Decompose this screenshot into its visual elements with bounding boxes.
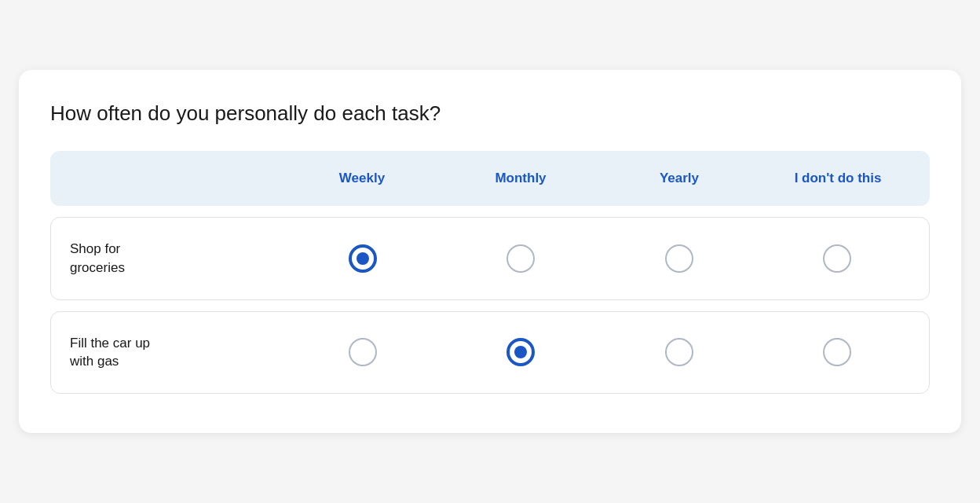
header-yearly: Yearly [600, 170, 759, 187]
radio-cell-gas-weekly[interactable] [283, 338, 442, 366]
radio-cell-groceries-monthly[interactable] [442, 244, 601, 273]
radio-groceries-never[interactable] [823, 244, 851, 273]
question-title: How often do you personally do each task… [50, 101, 930, 126]
row-gas: Fill the car upwith gas [50, 311, 930, 395]
radio-groceries-monthly[interactable] [506, 244, 535, 273]
radio-cell-groceries-weekly[interactable] [283, 244, 442, 273]
header-monthly: Monthly [441, 170, 600, 187]
column-headers: Weekly Monthly Yearly I don't do this [50, 151, 930, 206]
row-groceries: Shop forgroceries [50, 217, 930, 300]
radio-gas-weekly[interactable] [349, 338, 377, 366]
radio-cell-groceries-never[interactable] [759, 244, 917, 273]
header-weekly: Weekly [283, 170, 441, 187]
radio-gas-monthly[interactable] [506, 338, 535, 366]
radio-gas-yearly[interactable] [665, 338, 693, 366]
header-never: I don't do this [759, 170, 917, 187]
row-label-gas: Fill the car upwith gas [64, 334, 283, 372]
survey-card: How often do you personally do each task… [19, 70, 961, 433]
survey-rows: Shop forgroceries Fill the car upwith ga… [50, 217, 930, 394]
radio-cell-gas-yearly[interactable] [600, 338, 759, 366]
radio-cell-gas-monthly[interactable] [442, 338, 601, 366]
radio-groceries-yearly[interactable] [665, 244, 693, 273]
radio-cell-gas-never[interactable] [759, 338, 917, 366]
radio-cell-groceries-yearly[interactable] [600, 244, 759, 273]
row-label-groceries: Shop forgroceries [64, 240, 283, 277]
radio-groceries-weekly[interactable] [349, 244, 377, 273]
radio-gas-never[interactable] [823, 338, 851, 366]
